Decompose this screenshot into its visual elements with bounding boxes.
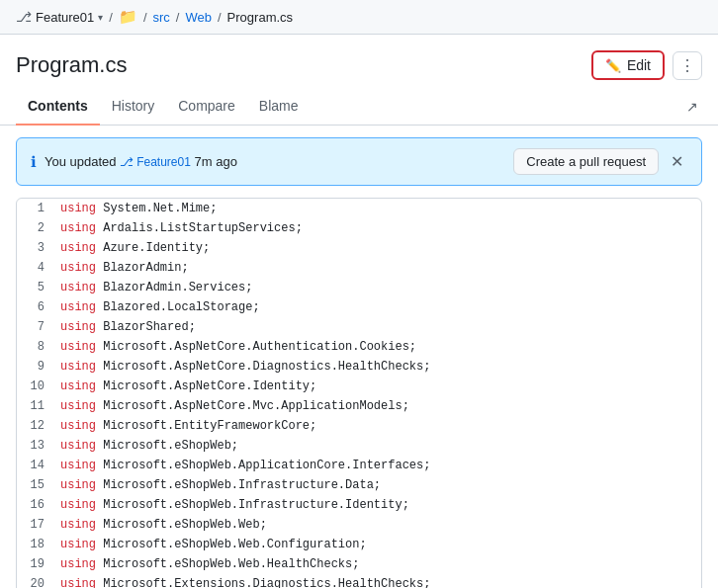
chevron-down-icon: ▾ <box>98 12 103 23</box>
header-actions: ✏️ Edit ⋮ <box>591 50 702 80</box>
kebab-button[interactable]: ⋮ <box>673 51 702 80</box>
edit-button[interactable]: ✏️ Edit <box>591 50 665 80</box>
line-number: 3 <box>17 238 56 258</box>
line-number: 14 <box>17 456 56 475</box>
code-content: using Microsoft.eShopWeb.Web; <box>56 515 701 535</box>
line-number: 13 <box>17 436 56 456</box>
code-content: using Microsoft.Extensions.Diagnostics.H… <box>56 574 701 588</box>
code-content: using Microsoft.AspNetCore.Mvc.Applicati… <box>56 396 701 416</box>
sep2: / <box>143 10 147 25</box>
table-row: 9using Microsoft.AspNetCore.Diagnostics.… <box>17 357 701 377</box>
notice-banner: ℹ You updated ⎇ Feature01 7m ago Create … <box>16 137 702 186</box>
table-row: 1using System.Net.Mime; <box>17 199 701 218</box>
code-content: using Microsoft.AspNetCore.Authenticatio… <box>56 337 701 357</box>
line-number: 9 <box>17 357 56 377</box>
table-row: 5using BlazorAdmin.Services; <box>17 278 701 297</box>
table-row: 18using Microsoft.eShopWeb.Web.Configura… <box>17 535 701 554</box>
notice-text: You updated ⎇ Feature01 7m ago <box>45 154 237 169</box>
notice-left: ℹ You updated ⎇ Feature01 7m ago <box>31 153 237 171</box>
create-pr-button[interactable]: Create a pull request <box>513 148 659 175</box>
code-content: using BlazorShared; <box>56 317 701 337</box>
table-row: 14using Microsoft.eShopWeb.ApplicationCo… <box>17 456 701 475</box>
tab-compare[interactable]: Compare <box>166 88 247 126</box>
table-row: 7using BlazorShared; <box>17 317 701 337</box>
pencil-icon: ✏️ <box>605 58 621 73</box>
branch-selector[interactable]: ⎇ Feature01 ▾ <box>16 9 103 25</box>
tabs-bar: Contents History Compare Blame ↗ <box>0 88 718 126</box>
folder-icon: 📁 <box>119 8 137 26</box>
notice-right: Create a pull request ✕ <box>513 148 687 175</box>
sep3: / <box>176 10 180 25</box>
notice-message: You updated <box>45 154 117 169</box>
line-number: 5 <box>17 278 56 297</box>
page-title: Program.cs <box>16 52 127 78</box>
code-content: using BlazorAdmin; <box>56 258 701 278</box>
table-row: 19using Microsoft.eShopWeb.Web.HealthChe… <box>17 554 701 574</box>
line-number: 6 <box>17 297 56 317</box>
branch-ref-icon: ⎇ <box>120 155 134 169</box>
branch-name: Feature01 <box>36 10 94 25</box>
line-number: 10 <box>17 377 56 396</box>
line-number: 4 <box>17 258 56 278</box>
line-number: 15 <box>17 475 56 495</box>
line-number: 18 <box>17 535 56 554</box>
sep1: / <box>109 10 113 25</box>
code-container: 1using System.Net.Mime;2using Ardalis.Li… <box>16 198 702 588</box>
table-row: 20using Microsoft.Extensions.Diagnostics… <box>17 574 701 588</box>
branch-icon: ⎇ <box>16 9 32 25</box>
code-content: using Azure.Identity; <box>56 238 701 258</box>
table-row: 3using Azure.Identity; <box>17 238 701 258</box>
tab-contents[interactable]: Contents <box>16 88 100 126</box>
line-number: 17 <box>17 515 56 535</box>
expand-icon[interactable]: ↗ <box>682 95 702 119</box>
table-row: 17using Microsoft.eShopWeb.Web; <box>17 515 701 535</box>
code-content: using BlazorAdmin.Services; <box>56 278 701 297</box>
code-content: using Microsoft.eShopWeb.Web.HealthCheck… <box>56 554 701 574</box>
notice-branch: Feature01 <box>136 155 191 169</box>
breadcrumb-web[interactable]: Web <box>185 10 212 25</box>
table-row: 10using Microsoft.AspNetCore.Identity; <box>17 377 701 396</box>
code-content: using Microsoft.eShopWeb.Web.Configurati… <box>56 535 701 554</box>
table-row: 6using Blazored.LocalStorage; <box>17 297 701 317</box>
code-content: using Microsoft.eShopWeb.Infrastructure.… <box>56 495 701 515</box>
breadcrumb-src[interactable]: src <box>153 10 170 25</box>
line-number: 11 <box>17 396 56 416</box>
table-row: 8using Microsoft.AspNetCore.Authenticati… <box>17 337 701 357</box>
code-content: using Microsoft.EntityFrameworkCore; <box>56 416 701 436</box>
page-header: Program.cs ✏️ Edit ⋮ <box>0 35 718 80</box>
line-number: 2 <box>17 218 56 238</box>
line-number: 19 <box>17 554 56 574</box>
line-number: 20 <box>17 574 56 588</box>
info-icon: ℹ <box>31 153 37 171</box>
code-content: using Microsoft.AspNetCore.Identity; <box>56 377 701 396</box>
table-row: 15using Microsoft.eShopWeb.Infrastructur… <box>17 475 701 495</box>
tab-blame[interactable]: Blame <box>247 88 311 126</box>
code-content: using Microsoft.eShopWeb.Infrastructure.… <box>56 475 701 495</box>
table-row: 16using Microsoft.eShopWeb.Infrastructur… <box>17 495 701 515</box>
top-nav: ⎇ Feature01 ▾ / 📁 / src / Web / Program.… <box>0 0 718 35</box>
table-row: 13using Microsoft.eShopWeb; <box>17 436 701 456</box>
line-number: 1 <box>17 199 56 218</box>
line-number: 16 <box>17 495 56 515</box>
table-row: 2using Ardalis.ListStartupServices; <box>17 218 701 238</box>
line-number: 7 <box>17 317 56 337</box>
kebab-icon: ⋮ <box>679 56 695 75</box>
close-notice-button[interactable]: ✕ <box>667 150 687 173</box>
branch-ref[interactable]: ⎇ Feature01 <box>120 155 191 169</box>
table-row: 4using BlazorAdmin; <box>17 258 701 278</box>
breadcrumb-filename: Program.cs <box>227 10 293 25</box>
notice-time: 7m ago <box>195 154 237 169</box>
table-row: 12using Microsoft.EntityFrameworkCore; <box>17 416 701 436</box>
code-table: 1using System.Net.Mime;2using Ardalis.Li… <box>17 199 701 588</box>
code-content: using Microsoft.AspNetCore.Diagnostics.H… <box>56 357 701 377</box>
code-content: using System.Net.Mime; <box>56 199 701 218</box>
tab-history[interactable]: History <box>100 88 167 126</box>
code-content: using Blazored.LocalStorage; <box>56 297 701 317</box>
line-number: 8 <box>17 337 56 357</box>
code-content: using Ardalis.ListStartupServices; <box>56 218 701 238</box>
sep4: / <box>218 10 222 25</box>
line-number: 12 <box>17 416 56 436</box>
code-content: using Microsoft.eShopWeb.ApplicationCore… <box>56 456 701 475</box>
edit-label: Edit <box>627 57 651 73</box>
code-content: using Microsoft.eShopWeb; <box>56 436 701 456</box>
